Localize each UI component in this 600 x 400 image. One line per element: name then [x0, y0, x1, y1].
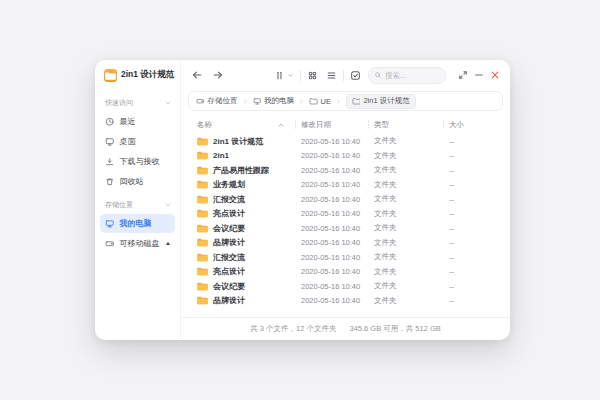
file-name: 亮点设计: [213, 208, 245, 219]
sidebar-item[interactable]: 我的电脑: [100, 214, 175, 233]
file-size: --: [449, 267, 500, 276]
sidebar-item[interactable]: 回收站: [100, 172, 175, 191]
sidebar-item[interactable]: 最近: [100, 112, 175, 131]
select-mode-icon[interactable]: [350, 70, 361, 81]
chevron-right-icon: [242, 98, 249, 105]
file-manager-window: 2in1 设计规范 快速访问 最近 桌面 下载与接收 回收站 存储位置 我的电脑: [95, 60, 510, 340]
sort-button[interactable]: [274, 70, 294, 81]
file-type: 文件夹: [374, 296, 449, 306]
file-size: --: [449, 253, 500, 262]
trash-icon: [105, 177, 115, 187]
folder-icon: [197, 296, 208, 305]
grid-view-icon[interactable]: [307, 70, 318, 81]
file-type: 文件夹: [374, 136, 449, 146]
table-row[interactable]: 汇报交流 2020-05-16 10:40 文件夹 --: [181, 192, 510, 207]
table-row[interactable]: 产品易用性跟踪 2020-05-16 10:40 文件夹 --: [181, 163, 510, 178]
fullscreen-icon[interactable]: [457, 69, 469, 81]
sidebar-item-label: 最近: [120, 116, 136, 127]
file-type: 文件夹: [374, 252, 449, 262]
file-type: 文件夹: [374, 238, 449, 248]
sidebar-item[interactable]: 下载与接收: [100, 152, 175, 171]
download-icon: [105, 157, 115, 167]
eject-icon[interactable]: [166, 242, 170, 245]
folder-icon: [309, 97, 318, 106]
table-row[interactable]: 汇报交流 2020-05-16 10:40 文件夹 --: [181, 250, 510, 265]
file-name: 亮点设计: [213, 266, 245, 277]
search-box[interactable]: [368, 67, 446, 84]
chevron-right-icon: [298, 98, 305, 105]
breadcrumb-item[interactable]: 存储位置: [196, 96, 238, 106]
status-bar: 共 3 个文件，12 个文件夹 345.6 GB 可用，共 512 GB: [181, 317, 510, 340]
minimize-icon[interactable]: [473, 69, 485, 81]
clock-icon: [105, 117, 115, 127]
file-date: 2020-05-16 10:40: [301, 166, 374, 175]
sidebar-item[interactable]: 可移动磁盘: [100, 234, 175, 253]
file-type: 文件夹: [374, 281, 449, 291]
forward-icon[interactable]: [212, 69, 224, 81]
column-header-name-label: 名称: [197, 120, 212, 130]
table-row[interactable]: 2in1 2020-05-16 10:40 文件夹 --: [181, 149, 510, 164]
breadcrumb-item[interactable]: UE: [309, 97, 331, 106]
column-header-date[interactable]: 修改日期: [301, 115, 374, 134]
file-type: 文件夹: [374, 223, 449, 233]
file-date: 2020-05-16 10:40: [301, 180, 374, 189]
file-size: --: [449, 282, 500, 291]
desktop-icon: [105, 137, 115, 147]
app-folder-icon: [104, 69, 117, 82]
sidebar-item-label: 可移动磁盘: [120, 238, 160, 249]
file-name: 品牌设计: [213, 237, 245, 248]
file-name-cell: 汇报交流: [197, 252, 301, 263]
sidebar-section: 快速访问 最近 桌面 下载与接收 回收站: [95, 90, 180, 191]
sidebar-section-header[interactable]: 存储位置: [95, 192, 180, 214]
table-row[interactable]: 会议纪要 2020-05-16 10:40 文件夹 --: [181, 221, 510, 236]
column-header-type[interactable]: 类型: [374, 115, 449, 134]
status-item-counts: 共 3 个文件，12 个文件夹: [250, 324, 336, 334]
folder-icon: [197, 209, 208, 218]
search-input[interactable]: [385, 71, 440, 80]
file-size: --: [449, 238, 500, 247]
table-row[interactable]: 品牌设计 2020-05-16 10:40 文件夹 --: [181, 236, 510, 251]
file-date: 2020-05-16 10:40: [301, 151, 374, 160]
back-icon[interactable]: [191, 69, 203, 81]
file-date: 2020-05-16 10:40: [301, 267, 374, 276]
breadcrumb-item-label: UE: [321, 97, 331, 106]
table-row[interactable]: 会议纪要 2020-05-16 10:40 文件夹 --: [181, 279, 510, 294]
folder-icon: [197, 195, 208, 204]
file-name: 汇报交流: [213, 194, 245, 205]
close-icon[interactable]: [489, 69, 501, 81]
computer-icon: [105, 219, 115, 229]
table-row[interactable]: 亮点设计 2020-05-16 10:40 文件夹 --: [181, 207, 510, 222]
sidebar-item-label: 我的电脑: [120, 218, 152, 229]
sidebar-section-label: 存储位置: [105, 200, 133, 210]
table-row[interactable]: 2in1 设计规范 2020-05-16 10:40 文件夹 --: [181, 134, 510, 149]
computer-icon: [253, 97, 262, 106]
file-name-cell: 产品易用性跟踪: [197, 165, 301, 176]
folder-icon: [197, 253, 208, 262]
file-name-cell: 2in1 设计规范: [197, 136, 301, 147]
file-name: 品牌设计: [213, 295, 245, 306]
sidebar-section: 存储位置 我的电脑 可移动磁盘: [95, 192, 180, 253]
column-header-size[interactable]: 大小: [449, 115, 500, 134]
list-view-icon[interactable]: [326, 70, 337, 81]
desktop-background: 2in1 设计规范 快速访问 最近 桌面 下载与接收 回收站 存储位置 我的电脑: [0, 0, 600, 400]
breadcrumb-item[interactable]: 我的电脑: [253, 96, 295, 106]
sidebar-section-header[interactable]: 快速访问: [95, 90, 180, 112]
folder-icon: [197, 267, 208, 276]
file-name-cell: 品牌设计: [197, 295, 301, 306]
file-size: --: [449, 209, 500, 218]
sidebar-item[interactable]: 桌面: [100, 132, 175, 151]
file-name-cell: 汇报交流: [197, 194, 301, 205]
table-row[interactable]: 亮点设计 2020-05-16 10:40 文件夹 --: [181, 265, 510, 280]
file-name: 会议纪要: [213, 223, 245, 234]
column-header-name[interactable]: 名称: [197, 115, 301, 134]
chevron-down-icon: [164, 99, 172, 107]
table-row[interactable]: 业务规划 2020-05-16 10:40 文件夹 --: [181, 178, 510, 193]
breadcrumb-item[interactable]: 2in1 设计规范: [346, 94, 416, 109]
file-list: 2in1 设计规范 2020-05-16 10:40 文件夹 -- 2in1 2…: [181, 134, 510, 317]
file-name-cell: 亮点设计: [197, 266, 301, 277]
table-row[interactable]: 品牌设计 2020-05-16 10:40 文件夹 --: [181, 294, 510, 309]
folder-icon: [197, 180, 208, 189]
file-type: 文件夹: [374, 180, 449, 190]
status-disk-space: 345.6 GB 可用，共 512 GB: [349, 324, 440, 334]
column-header-date-label: 修改日期: [301, 120, 331, 130]
